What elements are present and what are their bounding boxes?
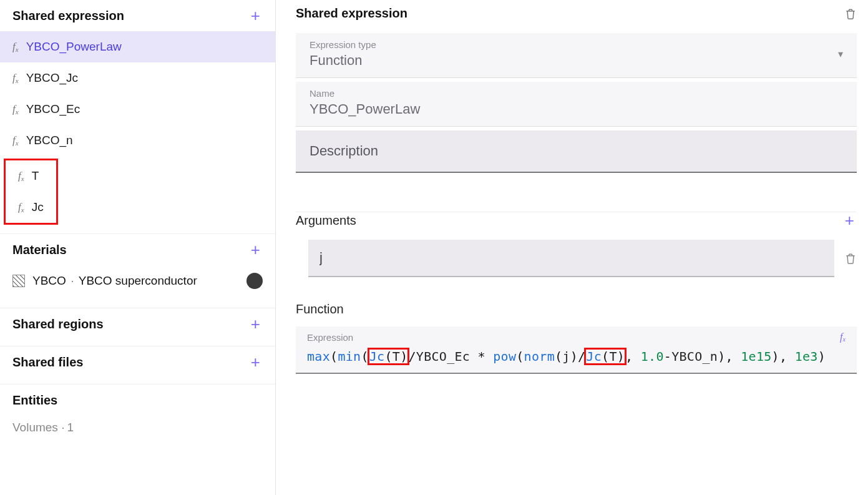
expression-label: Jc — [32, 200, 44, 214]
highlight-annotation: Jc(T) — [369, 349, 409, 364]
token-fn-max: max — [307, 349, 330, 364]
description-field[interactable]: Description — [296, 130, 857, 173]
expression-type-label: Expression type — [310, 39, 376, 50]
argument-row — [308, 240, 857, 277]
fx-icon: fx — [12, 103, 19, 115]
main-header: Shared expression — [296, 0, 857, 33]
expression-label: YBCO_PowerLaw — [26, 40, 122, 54]
entities-volumes-row[interactable]: Volumes ·1 — [0, 416, 275, 434]
add-file-button[interactable]: + — [248, 354, 263, 370]
add-expression-button[interactable]: + — [248, 7, 263, 24]
add-material-button[interactable]: + — [248, 242, 263, 258]
expression-label: YBCO_Ec — [26, 102, 80, 116]
main-panel: Shared expression Expression type Functi… — [276, 0, 868, 495]
token-num-1e3: 1e3 — [795, 349, 818, 364]
expression-type-field[interactable]: Expression type Function ▾ — [296, 33, 857, 78]
materials-title: Materials — [12, 243, 67, 257]
delete-argument-button[interactable] — [844, 252, 857, 265]
fx-icon: fx — [12, 72, 19, 84]
expression-item-t[interactable]: fx T — [6, 160, 56, 192]
token-id-j: j — [562, 349, 570, 364]
add-argument-button[interactable]: + — [842, 212, 857, 228]
shared-expression-title: Shared expression — [12, 9, 124, 23]
expression-label: T — [32, 169, 39, 183]
entities-volumes-count: 1 — [67, 421, 74, 434]
description-placeholder: Description — [310, 143, 843, 159]
material-short: YBCO — [32, 274, 66, 287]
token-id-ybco-n: YBCO_n — [671, 349, 718, 364]
argument-input[interactable] — [308, 240, 834, 277]
shared-files-title: Shared files — [12, 355, 83, 370]
sidebar: Shared expression + fx YBCO_PowerLaw fx … — [0, 0, 276, 495]
arguments-title: Arguments — [296, 213, 356, 228]
expression-item-ybco-powerlaw[interactable]: fx YBCO_PowerLaw — [0, 31, 275, 62]
token-num-1e15: 1e15 — [741, 349, 771, 364]
token-id-t: T — [609, 349, 617, 364]
expression-item-ybco-jc[interactable]: fx YBCO_Jc — [0, 62, 275, 94]
material-full: YBCO superconductor — [79, 274, 197, 287]
fx-icon: fx — [12, 41, 19, 53]
token-id-t: T — [393, 349, 400, 364]
material-color-swatch[interactable] — [246, 273, 263, 289]
fx-icon[interactable]: fx — [840, 331, 846, 343]
highlight-annotation: Jc(T) — [585, 349, 625, 364]
shared-regions-header: Shared regions + — [0, 308, 275, 340]
name-value: YBCO_PowerLaw — [310, 101, 843, 117]
fx-icon: fx — [12, 134, 19, 147]
material-swatch-icon — [12, 275, 25, 287]
material-item-ybco[interactable]: YBCO · YBCO superconductor — [0, 265, 275, 301]
token-fn-pow: pow — [493, 349, 516, 364]
entities-title: Entities — [12, 393, 57, 408]
function-section: Function Expression fx max(min(Jc(T)/YBC… — [296, 302, 857, 374]
token-fn-jc: Jc — [586, 349, 602, 364]
material-label: YBCO · YBCO superconductor — [32, 274, 197, 288]
add-region-button[interactable]: + — [248, 316, 263, 332]
token-num-one: 1.0 — [641, 349, 664, 364]
expression-label: YBCO_Jc — [26, 71, 78, 85]
name-label: Name — [310, 88, 843, 99]
page-title: Shared expression — [296, 6, 407, 21]
expression-code[interactable]: max(min(Jc(T)/YBCO_Ec * pow(norm(j)/Jc(T… — [307, 346, 846, 368]
token-fn-jc: Jc — [369, 349, 385, 364]
expression-item-jc[interactable]: fx Jc — [6, 192, 56, 223]
token-fn-min: min — [338, 349, 361, 364]
function-title: Function — [296, 302, 857, 316]
token-id-ybco-ec: YBCO_Ec — [416, 349, 470, 364]
expression-list: fx YBCO_PowerLaw fx YBCO_Jc fx YBCO_Ec f… — [0, 31, 275, 227]
expression-label: Expression — [307, 332, 353, 343]
name-field[interactable]: Name YBCO_PowerLaw — [296, 82, 857, 127]
token-fn-norm: norm — [524, 349, 555, 364]
chevron-down-icon: ▾ — [838, 48, 843, 60]
highlight-annotation: fx T fx Jc — [4, 159, 58, 225]
shared-regions-title: Shared regions — [12, 317, 104, 331]
expression-item-ybco-ec[interactable]: fx YBCO_Ec — [0, 94, 275, 125]
arguments-section: Arguments + — [296, 204, 857, 277]
expression-label: YBCO_n — [26, 134, 73, 147]
delete-expression-button[interactable] — [844, 7, 857, 21]
shared-files-header: Shared files + — [0, 346, 275, 378]
entities-header: Entities — [0, 385, 275, 416]
expression-item-ybco-n[interactable]: fx YBCO_n — [0, 125, 275, 156]
materials-header: Materials + — [0, 234, 275, 265]
expression-type-value: Function — [310, 52, 376, 69]
fx-icon: fx — [18, 170, 24, 182]
expression-editor[interactable]: Expression fx max(min(Jc(T)/YBCO_Ec * po… — [296, 326, 857, 374]
entities-volumes-label: Volumes — [12, 421, 58, 434]
fx-icon: fx — [18, 201, 24, 213]
shared-expression-header: Shared expression + — [0, 0, 275, 31]
